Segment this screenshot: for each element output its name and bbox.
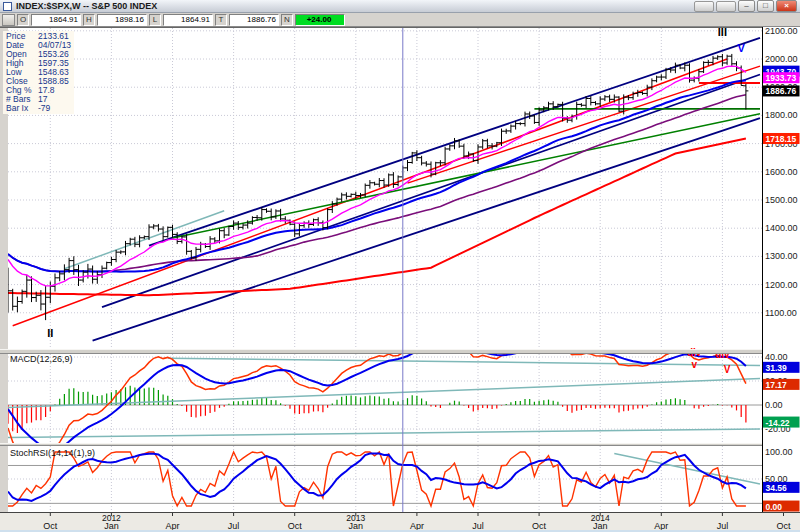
quote-field-label: L — [149, 14, 161, 26]
quote-field-value: 1898.16 — [97, 14, 147, 26]
svg-text:40.00: 40.00 — [765, 352, 788, 362]
data-window: Price2133.61Date04/07/13Open1553.26High1… — [3, 31, 74, 114]
svg-text:1300.00: 1300.00 — [765, 251, 798, 261]
time-axis-label: Oct — [532, 521, 547, 531]
svg-text:1718.15: 1718.15 — [766, 134, 797, 144]
quote-field-label: N — [281, 14, 293, 26]
stochrsi-label: StochRSI(14,14(1),9) — [10, 448, 95, 458]
quote-bar: O1864.91H1898.16L1864.91T1886.76N+24.00 — [0, 13, 800, 27]
toolbar-button-2[interactable] — [716, 1, 736, 12]
time-axis-label: Jan — [349, 521, 364, 531]
svg-text:1800.00: 1800.00 — [765, 110, 798, 120]
wave-annotation: II — [47, 327, 53, 339]
quote-bar-fields: O1864.91H1898.16L1864.91T1886.76N+24.00 — [17, 14, 345, 26]
macd-annotation: V — [724, 364, 731, 375]
svg-text:1100.00: 1100.00 — [765, 308, 797, 318]
quote-field-value: 1864.91 — [31, 14, 81, 26]
quote-field-value: +24.00 — [295, 14, 345, 26]
time-axis-label: Jan — [593, 521, 608, 531]
quote-field-label: H — [83, 14, 95, 26]
quote-toolbar-button[interactable] — [2, 14, 15, 26]
time-axis-label: Apr — [410, 521, 424, 531]
svg-text:1400.00: 1400.00 — [765, 223, 798, 233]
time-axis-label: Oct — [43, 521, 58, 531]
window-title: INDEX:$SPX,W -- S&P 500 INDEX — [16, 1, 157, 11]
quote-field-label: O — [17, 14, 29, 26]
close-button[interactable]: × — [776, 0, 797, 12]
svg-text:100.00: 100.00 — [765, 447, 793, 457]
quote-field-value: 1864.91 — [163, 14, 213, 26]
svg-text:0.00: 0.00 — [765, 400, 783, 410]
title-bar[interactable]: INDEX:$SPX,W -- S&P 500 INDEX – □ × — [0, 0, 800, 13]
svg-text:-14.22: -14.22 — [766, 418, 790, 428]
macd-annotation: v — [691, 359, 697, 370]
time-axis-label: Oct — [288, 521, 303, 531]
time-axis-label: Jul — [472, 521, 484, 531]
quote-field-value: 1886.76 — [229, 14, 279, 26]
wave-annotation: V — [738, 42, 746, 54]
time-axis-label: Jul — [717, 521, 729, 531]
restore-button[interactable]: □ — [757, 0, 774, 12]
svg-text:17.17: 17.17 — [766, 380, 788, 390]
svg-text:2100.00: 2100.00 — [765, 26, 798, 36]
quote-field-label: T — [215, 14, 227, 26]
svg-text:31.39: 31.39 — [766, 363, 788, 373]
svg-text:1600.00: 1600.00 — [765, 167, 798, 177]
svg-text:2000.00: 2000.00 — [765, 54, 798, 64]
time-axis-label: Jan — [104, 521, 119, 531]
svg-text:1933.73: 1933.73 — [766, 73, 797, 83]
app-icon — [3, 2, 12, 11]
time-axis-label: Apr — [654, 521, 668, 531]
minimize-button[interactable]: – — [738, 0, 755, 12]
svg-text:0.00: 0.00 — [766, 502, 783, 512]
data-window-row: Bar Ix-79 — [6, 104, 71, 113]
time-axis-label: Apr — [165, 521, 179, 531]
svg-text:34.56: 34.56 — [766, 483, 788, 493]
time-axis-label: Jul — [228, 521, 240, 531]
svg-text:1886.76: 1886.76 — [766, 86, 797, 96]
chart-svg[interactable]: IIIIIVdivdivvVMACD(12,26,9)StochRSI(14,1… — [0, 0, 800, 532]
toolbar-button-1[interactable] — [694, 1, 714, 12]
macd-label: MACD(12,26,9) — [10, 354, 73, 364]
svg-text:1200.00: 1200.00 — [765, 280, 798, 290]
time-axis-label: Oct — [776, 521, 791, 531]
svg-text:1500.00: 1500.00 — [765, 195, 798, 205]
